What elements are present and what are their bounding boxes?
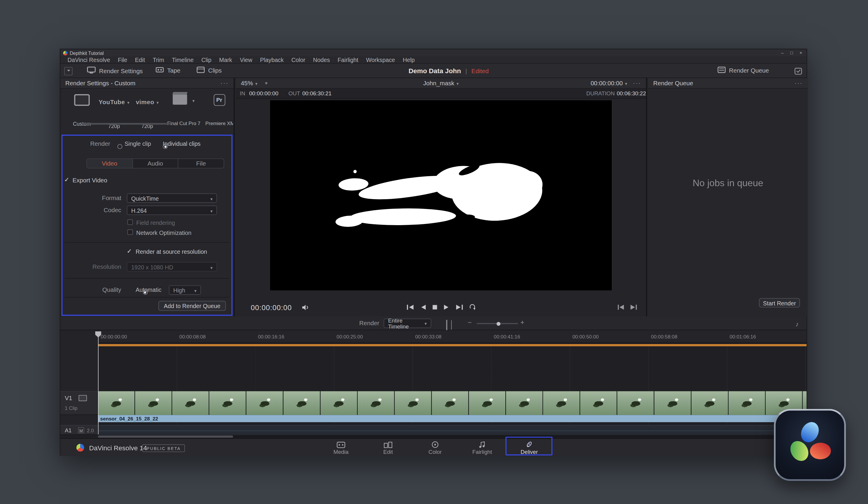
network-optimization-checkbox[interactable]	[127, 229, 133, 235]
quality-dropdown[interactable]: High	[169, 285, 201, 295]
clip-name-bar[interactable]: sensor_04_26_15_28_22	[98, 415, 806, 422]
zoom-in-icon[interactable]: +	[520, 319, 524, 326]
panel-layout-icon[interactable]	[794, 67, 802, 77]
loop-icon[interactable]	[468, 304, 476, 310]
menu-item[interactable]: Trim	[149, 57, 168, 63]
chevron-down-icon	[454, 80, 459, 87]
export-video-checkbox[interactable]	[64, 176, 69, 183]
render-settings-toolbar-button[interactable]: Render Settings	[99, 67, 143, 74]
play-icon[interactable]	[443, 304, 450, 310]
viewer-menu-icon[interactable]	[633, 79, 641, 87]
play-reverse-icon[interactable]	[419, 304, 426, 310]
menu-item[interactable]: View	[236, 57, 256, 63]
preset-scrollbar[interactable]	[83, 123, 171, 125]
preset-fcp[interactable]: Final Cut Pro 7	[165, 94, 202, 105]
field-rendering-checkbox[interactable]	[127, 220, 133, 225]
start-render-button[interactable]: Start Render	[759, 298, 800, 308]
a1-mute-button[interactable]: M	[78, 427, 84, 433]
chevron-down-icon	[208, 207, 213, 214]
page-edit[interactable]: Edit	[372, 441, 405, 455]
field-rendering-label: Field rendering	[136, 220, 175, 226]
render-mode-label-wrap: Render	[60, 140, 122, 147]
audio-monitor-icon[interactable]	[795, 319, 799, 329]
tab-video[interactable]: Video	[87, 159, 133, 168]
clapperboard-icon	[173, 94, 187, 105]
menu-item[interactable]: Edit	[131, 57, 149, 63]
individual-clips-label[interactable]: Individual clips	[163, 140, 200, 147]
track-header-column: V1 1 Clip A1 M 2.0	[60, 330, 98, 434]
page-color[interactable]: Color	[418, 441, 452, 455]
title-bar[interactable]: Depthkit Tutorial – □ ×	[60, 49, 807, 56]
preset-custom[interactable]: Custom	[66, 94, 98, 105]
menu-item[interactable]: Workspace	[362, 57, 399, 63]
format-dropdown[interactable]: QuickTime	[127, 193, 217, 203]
viewer-zoom-dropdown[interactable]: 45%	[241, 80, 253, 87]
menu-item[interactable]: DaVinci Resolve	[64, 57, 114, 63]
preset-vimeo[interactable]: vimeo 720p	[131, 97, 163, 107]
render-source-checkbox[interactable]	[127, 248, 132, 255]
a1-track-header[interactable]: A1 M 2.0	[60, 425, 97, 435]
page-media[interactable]: Media	[324, 441, 358, 455]
render-queue-panel: Render Queue No jobs in queue Start Rend…	[648, 78, 808, 316]
ruler-label: 00:00:25:00	[337, 334, 363, 340]
playhead-line[interactable]	[98, 333, 99, 434]
v1-track-header[interactable]: V1 1 Clip	[60, 391, 97, 415]
clips-toolbar-button[interactable]: Clips	[208, 67, 222, 74]
close-button[interactable]: ×	[799, 50, 802, 56]
menu-item[interactable]: Help	[399, 57, 418, 63]
ruler-label: 00:00:08:08	[179, 334, 206, 340]
render-range-dropdown[interactable]: Entire Timeline	[384, 319, 431, 328]
menu-item[interactable]: Color	[288, 57, 309, 63]
timeline-zoom-slider[interactable]	[477, 323, 518, 324]
speaker-icon[interactable]	[301, 304, 309, 311]
menu-item[interactable]: Timeline	[168, 57, 198, 63]
single-clip-label[interactable]: Single clip	[124, 140, 151, 147]
menu-item[interactable]: Clip	[198, 57, 215, 63]
menu-bar: DaVinci ResolveFileEditTrimTimelineClipM…	[60, 57, 807, 64]
render-settings-menu-icon[interactable]	[220, 79, 228, 87]
single-clip-radio[interactable]	[117, 144, 122, 149]
stop-icon[interactable]	[432, 304, 438, 310]
preset-youtube[interactable]: YouTube 720p	[98, 97, 130, 107]
resolution-dropdown[interactable]: 1920 x 1080 HD	[127, 262, 217, 271]
video-clip[interactable]	[98, 391, 806, 415]
collapse-panel-icon[interactable]	[64, 67, 73, 75]
render-settings-panel: Render Settings - Custom Custom YouTube …	[60, 78, 235, 316]
menu-item[interactable]: Nodes	[309, 57, 334, 63]
add-to-render-queue-button[interactable]: Add to Render Queue	[158, 301, 226, 311]
v1-enable-icon[interactable]	[79, 395, 87, 401]
desktop: Depthkit Tutorial – □ × DaVinci ResolveF…	[0, 0, 868, 504]
clip-thumbnail	[283, 391, 320, 415]
tab-file[interactable]: File	[178, 159, 224, 168]
menu-item[interactable]: Fairlight	[334, 57, 362, 63]
viewer-clip-selector[interactable]: John_mask	[423, 80, 459, 87]
page-fairlight[interactable]: Fairlight	[466, 441, 499, 455]
transport-bar: 00:00:00:00	[236, 299, 646, 316]
tab-audio[interactable]: Audio	[133, 159, 178, 168]
skip-end-icon[interactable]	[455, 304, 463, 310]
render-queue-menu-icon[interactable]	[794, 79, 803, 87]
clip-thumbnail	[172, 391, 209, 415]
menu-item[interactable]: Playback	[256, 57, 288, 63]
goto-out-icon[interactable]	[630, 304, 637, 310]
zoom-out-icon[interactable]: −	[468, 319, 472, 326]
maximize-button[interactable]: □	[790, 50, 793, 56]
skip-start-icon[interactable]	[406, 304, 414, 310]
clip-thumbnail	[135, 391, 172, 415]
goto-in-icon[interactable]	[617, 304, 624, 310]
menu-item[interactable]: File	[114, 57, 131, 63]
timeline-hscrollbar-thumb[interactable]	[98, 435, 233, 438]
clip-thumbnail	[320, 391, 358, 415]
minimize-button[interactable]: –	[781, 50, 783, 56]
audio-clip[interactable]	[98, 425, 806, 435]
timeline-view-icon[interactable]	[446, 320, 447, 330]
viewer-timecode-dropdown[interactable]: 00:00:00:00	[591, 80, 627, 87]
tape-toolbar-button[interactable]: Tape	[167, 67, 180, 74]
render-queue-toolbar-button[interactable]: Render Queue	[729, 67, 769, 74]
codec-dropdown[interactable]: H.264	[127, 206, 217, 215]
preset-premiere[interactable]: Pr Premiere XML	[206, 94, 233, 105]
timeline-ruler[interactable]: 00:00:00:0000:00:08:0800:00:16:1600:00:2…	[98, 330, 806, 343]
menu-item[interactable]: Mark	[215, 57, 236, 63]
zoom-slider-thumb[interactable]	[496, 322, 500, 325]
render-queue-icon	[717, 67, 726, 74]
